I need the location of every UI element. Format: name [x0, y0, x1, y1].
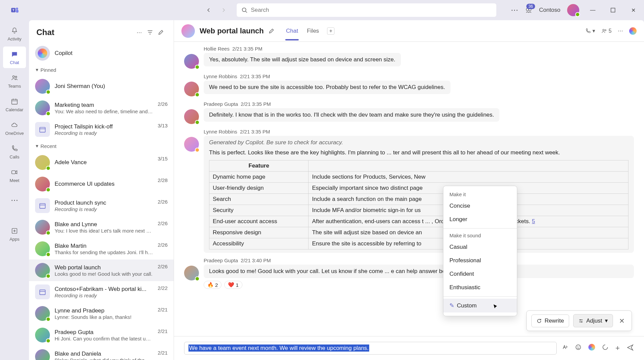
adjust-confident[interactable]: Confident — [443, 267, 517, 281]
rewrite-button[interactable]: Rewrite — [531, 314, 569, 327]
call-button[interactable]: ▾ — [585, 28, 595, 34]
author-avatar[interactable] — [184, 54, 199, 69]
compose-area: We have a team event next month. We will… — [174, 336, 644, 360]
nav-forward-button[interactable] — [217, 4, 230, 17]
adjust-longer[interactable]: Longer — [443, 213, 517, 226]
rail-onedrive[interactable]: OneDrive — [3, 117, 26, 139]
cloud-icon — [10, 121, 19, 129]
new-chat-icon[interactable] — [155, 27, 166, 38]
rail-chat[interactable]: Chat — [3, 47, 26, 68]
adjust-concise[interactable]: Concise — [443, 199, 517, 213]
presence-icon — [575, 12, 580, 17]
search-input[interactable] — [251, 7, 492, 13]
adjust-enthusiastic[interactable]: Enthusiastic — [443, 281, 517, 294]
author-avatar[interactable] — [184, 266, 199, 280]
bell-icon — [10, 26, 19, 35]
chat-list-item[interactable]: Marketing teamYou: We also need to defin… — [29, 97, 174, 119]
rail-activity[interactable]: Activity — [3, 23, 26, 44]
chat-avatar — [35, 263, 50, 278]
compose-input[interactable]: We have a team event next month. We will… — [184, 342, 557, 355]
chat-item-preview: You: I love this idea! Let's talk more n… — [55, 228, 153, 234]
chat-avatar[interactable] — [181, 24, 195, 38]
add-icon[interactable]: + — [615, 344, 620, 353]
recent-header[interactable]: ▾Recent — [29, 140, 174, 152]
window-close-button[interactable]: ✕ — [626, 3, 640, 17]
chat-avatar — [35, 328, 50, 342]
tab-files[interactable]: Files — [306, 22, 320, 40]
chat-item-date: 2/26 — [158, 220, 168, 226]
chat-list-item[interactable]: Adele Vance3/15 — [29, 152, 174, 173]
copilot-bar-close-icon[interactable]: ✕ — [617, 317, 627, 325]
author-avatar[interactable] — [184, 137, 199, 152]
refresh-icon — [536, 318, 542, 324]
chat-item-date: 2/26 — [158, 199, 168, 205]
rail-calendar[interactable]: Calendar — [3, 94, 26, 115]
adjust-button[interactable]: Adjust ▾ — [573, 314, 613, 327]
people-icon — [10, 73, 19, 82]
message-bubble: Definitely. I know that is in the works … — [204, 108, 499, 122]
chat-list-item[interactable]: Lynne and PradeepLynne: Sounds like a pl… — [29, 303, 174, 324]
loop-icon[interactable] — [602, 344, 609, 353]
video-icon — [10, 168, 19, 177]
calendar-avatar-icon — [35, 284, 50, 299]
sidebar-copilot[interactable]: Copilot — [29, 42, 174, 64]
format-icon[interactable] — [561, 344, 568, 353]
adjust-custom[interactable]: ✎Custom — [443, 299, 517, 312]
chat-more-icon[interactable]: ⋯ — [618, 28, 623, 34]
author-avatar[interactable] — [184, 109, 199, 124]
adjust-professional[interactable]: Professional — [443, 254, 517, 267]
emoji-icon[interactable] — [575, 344, 582, 353]
search-box[interactable] — [237, 3, 496, 17]
rail-meet[interactable]: Meet — [3, 164, 26, 186]
pinned-header[interactable]: ▾Pinned — [29, 64, 174, 76]
chat-list-item[interactable]: Blake and DanielaBlake: Daniela, what di… — [29, 346, 174, 360]
reaction-fire[interactable]: 🔥 2 — [204, 281, 222, 289]
chat-item-preview: Thanks for sending the updates Joni. I'l… — [55, 249, 153, 255]
chat-list-item[interactable]: Blake MartinThanks for sending the updat… — [29, 238, 174, 260]
rail-more[interactable]: ⋯ — [3, 189, 26, 211]
chat-item-preview: Recording is ready — [55, 206, 153, 212]
rail-teams[interactable]: Teams — [3, 70, 26, 92]
tab-chat[interactable]: Chat — [285, 22, 299, 40]
chat-item-date: 2/21 — [158, 328, 168, 334]
reaction-heart[interactable]: ❤️ 1 — [224, 281, 242, 289]
filter-icon[interactable] — [145, 27, 155, 38]
more-icon[interactable]: ⋯ — [511, 6, 518, 14]
chat-list-item[interactable]: Web portal launchLooks good to me! Good … — [29, 260, 174, 281]
table-row: Dynamic home pageInclude sections for Pr… — [209, 172, 628, 183]
chat-body[interactable]: Hollie Rees 2/21 3:35 PMYes, absolutely.… — [174, 42, 644, 336]
copilot-pane-icon[interactable] — [629, 27, 637, 35]
chat-item-name: Blake and Lynne — [55, 221, 153, 228]
rail-calls[interactable]: Calls — [3, 141, 26, 162]
chat-list-item[interactable]: Ecommerce UI updates2/28 — [29, 173, 174, 195]
nav-back-button[interactable] — [202, 4, 215, 17]
sidebar-more-icon[interactable]: ⋯ — [134, 27, 145, 38]
org-name[interactable]: Contoso — [539, 7, 560, 13]
copilot-compose-icon[interactable] — [588, 344, 595, 353]
reference-link[interactable]: 5 — [532, 218, 535, 224]
svg-point-9 — [15, 76, 17, 78]
people-button[interactable]: 5 — [601, 28, 612, 34]
chat-item-preview: You: We also need to define, timeline an… — [55, 109, 153, 114]
chat-list-item[interactable]: Joni Sherman (You) — [29, 76, 174, 97]
chat-list-item[interactable]: Blake and LynneYou: I love this idea! Le… — [29, 216, 174, 238]
window-maximize-button[interactable] — [606, 3, 620, 17]
chat-message: Lynne Robbins 2/21 3:35 PMWe need to be … — [184, 73, 634, 96]
notifications-button[interactable]: 36 — [525, 6, 532, 14]
chat-avatar — [35, 100, 50, 115]
chat-list-item[interactable]: Pradeep GuptaHi Joni. Can you confirm th… — [29, 324, 174, 346]
add-tab-icon[interactable]: + — [327, 27, 334, 35]
edit-title-icon[interactable] — [268, 28, 274, 34]
chat-list-item[interactable]: Project Tailspin kick-offRecording is re… — [29, 119, 174, 140]
chat-list-item[interactable]: Product launch syncRecording is ready2/2… — [29, 195, 174, 216]
svg-point-8 — [13, 76, 15, 78]
send-icon[interactable] — [626, 344, 634, 353]
rail-apps[interactable]: Apps — [3, 223, 26, 245]
author-avatar[interactable] — [184, 82, 199, 96]
search-icon — [241, 7, 247, 13]
adjust-casual[interactable]: Casual — [443, 240, 517, 254]
svg-rect-7 — [611, 8, 615, 12]
window-minimize-button[interactable]: ― — [586, 3, 599, 17]
chat-list-item[interactable]: Contoso+Fabrikam - Web portal ki...Recor… — [29, 281, 174, 303]
profile-avatar[interactable] — [567, 4, 579, 16]
